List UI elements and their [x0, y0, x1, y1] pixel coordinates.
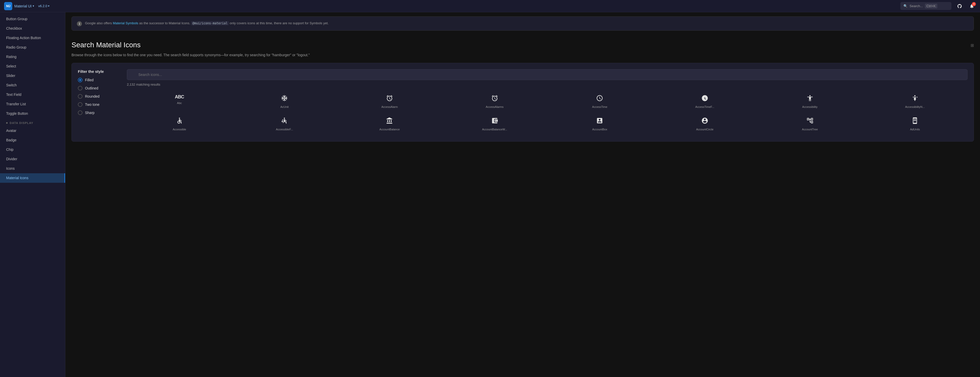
- icon-abc[interactable]: ABC Abc: [127, 91, 232, 113]
- brand-name[interactable]: Material UI ▾: [14, 4, 34, 8]
- accessible-symbol: [176, 117, 183, 126]
- accountbox-symbol: [596, 117, 603, 126]
- sidebar-item-button-group[interactable]: Button Group: [0, 14, 65, 24]
- sidebar-item-icons[interactable]: Icons: [0, 164, 65, 173]
- accesstime-name: AccessTime: [592, 105, 608, 109]
- icon-accessalarm[interactable]: AccessAlarm: [337, 91, 442, 113]
- sidebar-item-text-field[interactable]: Text Field: [0, 90, 65, 99]
- search-and-icons-column: 🔍 2,132 matching results ABC Abc: [127, 69, 967, 135]
- icon-accountcircle[interactable]: AccountCircle: [652, 113, 757, 135]
- section-title: Search Material Icons: [72, 41, 141, 49]
- sidebar-item-select[interactable]: Select: [0, 62, 65, 71]
- acunit-name: AcUnit: [280, 105, 288, 109]
- info-banner: ℹ Google also offers Material Symbols as…: [72, 16, 974, 31]
- accessalarm-symbol: [386, 94, 393, 103]
- sidebar-item-material-icons[interactable]: Material Icons: [0, 173, 65, 183]
- icon-accessibility[interactable]: Accessibility: [757, 91, 862, 113]
- icon-accountbalancewallet[interactable]: AccountBalanceW...: [442, 113, 547, 135]
- filter-rounded[interactable]: Rounded: [78, 94, 119, 99]
- accesstime-symbol: [596, 94, 603, 103]
- icons-grid-row2: Accessible AccessibleF...: [127, 113, 967, 135]
- sidebar-item-divider[interactable]: Divider: [0, 154, 65, 164]
- sidebar-item-avatar[interactable]: Avatar: [0, 126, 65, 136]
- sidebar-item-toggle-button[interactable]: Toggle Button: [0, 109, 65, 118]
- section-dot-icon: [6, 122, 8, 124]
- section-description: Browse through the icons below to find t…: [72, 52, 974, 58]
- sidebar-item-badge[interactable]: Badge: [0, 136, 65, 145]
- filter-filled[interactable]: Filled: [78, 78, 119, 82]
- accessibility-name: Accessibility: [802, 105, 818, 109]
- notification-button[interactable]: 4: [968, 2, 976, 10]
- sidebar-item-slider[interactable]: Slider: [0, 71, 65, 80]
- app-body: Button Group Checkbox Floating Action Bu…: [0, 12, 980, 377]
- filter-label: Filter the style: [78, 69, 119, 73]
- icon-accesstimefilled[interactable]: AccessTimeF...: [652, 91, 757, 113]
- accessibleforward-name: AccessibleF...: [276, 128, 293, 131]
- accountbalance-symbol: [386, 117, 393, 126]
- icon-accessible[interactable]: Accessible: [127, 113, 232, 135]
- sidebar-item-transfer-list[interactable]: Transfer List: [0, 99, 65, 109]
- accesstimefilled-symbol: [701, 94, 708, 103]
- accountcircle-name: AccountCircle: [696, 128, 713, 131]
- radio-rounded-circle: [78, 94, 83, 99]
- abc-name: Abc: [177, 101, 182, 105]
- sidebar-item-checkbox[interactable]: Checkbox: [0, 24, 65, 33]
- expand-icon[interactable]: ⊞: [970, 43, 974, 48]
- sidebar-item-radio-group[interactable]: Radio Group: [0, 43, 65, 52]
- icon-search-input[interactable]: [127, 69, 967, 80]
- package-name-code: @mui/icons-material: [191, 21, 229, 25]
- svg-point-0: [179, 118, 180, 119]
- filter-outlined[interactable]: Outlined: [78, 86, 119, 91]
- filter-two-tone[interactable]: Two tone: [78, 102, 119, 107]
- notification-badge: 4: [972, 2, 976, 6]
- accessibilitynew-symbol: [911, 94, 918, 103]
- radio-filled-circle: [78, 78, 83, 82]
- svg-point-1: [284, 118, 285, 119]
- logo-area: MJ Material UI ▾ v6.2.0 ▾: [4, 2, 49, 10]
- icon-adunits[interactable]: AdUnits: [862, 113, 967, 135]
- logo-icon: MJ: [4, 2, 12, 10]
- icon-accessalarms[interactable]: AccessAlarms: [442, 91, 547, 113]
- filter-rounded-label: Rounded: [85, 94, 100, 98]
- global-search[interactable]: 🔍 Search... Ctrl+K: [900, 2, 951, 10]
- accessalarms-name: AccessAlarms: [486, 105, 504, 109]
- accounttree-name: AccountTree: [802, 128, 818, 131]
- filter-sharp[interactable]: Sharp: [78, 110, 119, 115]
- sidebar-item-rating[interactable]: Rating: [0, 52, 65, 62]
- acunit-symbol: [281, 94, 288, 103]
- accesstimefilled-name: AccessTimeF...: [695, 105, 714, 109]
- nav-right-area: 🔍 Search... Ctrl+K 4: [900, 2, 976, 10]
- accessalarm-name: AccessAlarm: [381, 105, 398, 109]
- icon-accountbalance[interactable]: AccountBalance: [337, 113, 442, 135]
- accountbalancewallet-symbol: [491, 117, 498, 126]
- icon-accessibilitynew[interactable]: AccessibilityN...: [862, 91, 967, 113]
- material-symbols-link[interactable]: Material Symbols: [113, 21, 138, 25]
- sidebar-item-chip[interactable]: Chip: [0, 145, 65, 154]
- icon-accesstime[interactable]: AccessTime: [547, 91, 652, 113]
- sidebar-item-switch[interactable]: Switch: [0, 80, 65, 90]
- radio-two-tone-circle: [78, 102, 83, 107]
- filter-filled-label: Filled: [85, 78, 94, 82]
- accountbalancewallet-name: AccountBalanceW...: [482, 128, 507, 131]
- accessible-name: Accessible: [173, 128, 186, 131]
- icon-accessibleforward[interactable]: AccessibleF...: [232, 113, 337, 135]
- icon-accounttree[interactable]: AccountTree: [757, 113, 862, 135]
- accessibleforward-symbol: [281, 117, 288, 126]
- github-button[interactable]: [956, 2, 964, 10]
- sidebar: Button Group Checkbox Floating Action Bu…: [0, 12, 65, 377]
- sidebar-item-floating-action-button[interactable]: Floating Action Button: [0, 33, 65, 43]
- radio-sharp-circle: [78, 110, 83, 115]
- filter-outlined-label: Outlined: [85, 86, 98, 90]
- info-text: Google also offers Material Symbols as t…: [85, 21, 329, 26]
- accountbalance-name: AccountBalance: [379, 128, 400, 131]
- icon-accountbox[interactable]: AccountBox: [547, 113, 652, 135]
- version-selector[interactable]: v6.2.0 ▾: [38, 4, 49, 8]
- search-icon: 🔍: [904, 4, 907, 8]
- accessibility-symbol: [807, 94, 814, 103]
- accounttree-symbol: [807, 117, 814, 126]
- accountcircle-symbol: [701, 117, 708, 126]
- radio-outlined-circle: [78, 86, 83, 91]
- accountbox-name: AccountBox: [592, 128, 607, 131]
- icon-acunit[interactable]: AcUnit: [232, 91, 337, 113]
- adunits-symbol: [911, 117, 918, 126]
